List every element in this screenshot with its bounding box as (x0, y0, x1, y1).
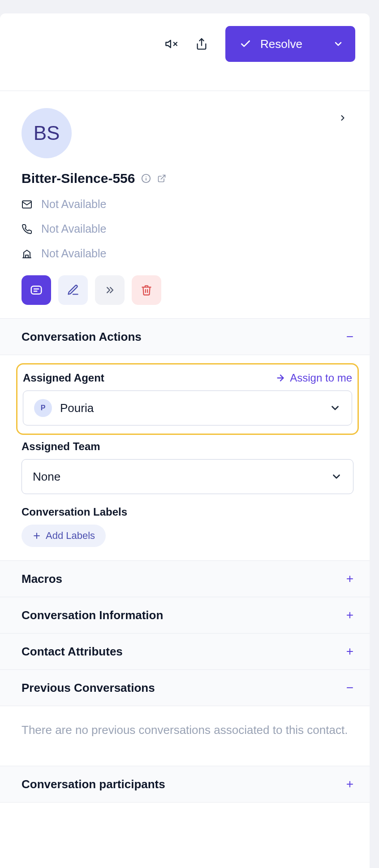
section-title: Previous Conversations (22, 681, 155, 695)
contact-phone-row: Not Available (22, 222, 353, 235)
info-icon[interactable] (141, 174, 151, 183)
contact-block: BS Bitter-Silence-556 Not Available Not … (0, 91, 370, 319)
svg-line-7 (161, 175, 165, 179)
toolbar: Resolve (0, 13, 370, 91)
assigned-team-value: None (33, 470, 323, 484)
contact-attributes-header[interactable]: Contact Attributes + (0, 634, 370, 670)
phone-icon (22, 224, 32, 234)
collapse-icon[interactable]: − (346, 330, 353, 344)
contact-name-row: Bitter-Silence-556 (22, 171, 353, 186)
expand-icon[interactable]: + (346, 644, 353, 659)
details-panel: Resolve BS Bitter-Silence-556 Not Availa… (0, 13, 370, 868)
svg-rect-9 (31, 286, 42, 294)
assigned-agent-label: Assigned Agent (23, 372, 104, 384)
svg-marker-0 (166, 40, 171, 48)
plus-icon (32, 531, 41, 540)
conversation-actions-header[interactable]: Conversation Actions − (0, 319, 370, 355)
assign-to-me-link[interactable]: Assign to me (276, 372, 352, 384)
assigned-agent-value: Pouria (60, 401, 321, 415)
new-conversation-button[interactable] (22, 275, 51, 305)
resolve-label: Resolve (260, 37, 302, 51)
chevron-down-icon[interactable] (333, 39, 344, 49)
labels-group: Conversation Labels Add Labels (22, 506, 353, 547)
check-icon (240, 38, 251, 50)
add-labels-text: Add Labels (46, 530, 95, 542)
mail-icon (22, 199, 32, 210)
arrow-right-icon (276, 373, 285, 383)
building-icon (22, 248, 32, 259)
expand-icon[interactable]: + (346, 608, 353, 622)
expand-icon[interactable]: + (346, 777, 353, 791)
section-title: Macros (22, 572, 62, 586)
chevron-down-icon (331, 471, 342, 482)
delete-contact-button[interactable] (132, 275, 161, 305)
section-title: Conversation participants (22, 777, 165, 791)
resolve-button[interactable]: Resolve (225, 26, 355, 62)
macros-header[interactable]: Macros + (0, 561, 370, 597)
assign-to-me-text: Assign to me (290, 372, 352, 384)
expand-contact-icon[interactable] (338, 113, 347, 122)
agent-avatar: P (34, 399, 52, 417)
labels-label: Conversation Labels (22, 506, 127, 518)
external-link-icon[interactable] (157, 174, 166, 183)
previous-conversations-empty: There are no previous conversations asso… (0, 706, 370, 766)
chevron-down-icon (329, 402, 341, 414)
contact-email: Not Available (41, 198, 106, 211)
previous-conversations-header[interactable]: Previous Conversations − (0, 670, 370, 706)
assigned-team-label: Assigned Team (22, 440, 100, 453)
contact-email-row: Not Available (22, 198, 353, 211)
contact-org: Not Available (41, 247, 106, 260)
edit-contact-button[interactable] (58, 275, 88, 305)
participants-header[interactable]: Conversation participants + (0, 766, 370, 803)
share-icon[interactable] (195, 37, 208, 51)
assigned-team-select[interactable]: None (22, 459, 353, 494)
add-labels-button[interactable]: Add Labels (22, 525, 106, 547)
assigned-agent-select[interactable]: P Pouria (23, 391, 352, 425)
assigned-team-group: Assigned Team None (22, 440, 353, 494)
expand-icon[interactable]: + (346, 572, 353, 586)
assigned-agent-group: Assigned Agent Assign to me P Pouria (16, 363, 359, 435)
contact-name: Bitter-Silence-556 (22, 171, 135, 186)
contact-actions (22, 275, 353, 305)
mute-icon[interactable] (164, 37, 178, 51)
collapse-icon[interactable]: − (346, 681, 353, 695)
section-title: Contact Attributes (22, 645, 123, 659)
conversation-actions-body: Assigned Agent Assign to me P Pouria Ass… (0, 355, 370, 561)
section-title: Conversation Information (22, 608, 163, 622)
avatar: BS (22, 108, 72, 158)
section-title: Conversation Actions (22, 330, 142, 344)
contact-org-row: Not Available (22, 247, 353, 260)
merge-contact-button[interactable] (95, 275, 125, 305)
contact-phone: Not Available (41, 222, 106, 235)
conversation-info-header[interactable]: Conversation Information + (0, 597, 370, 634)
